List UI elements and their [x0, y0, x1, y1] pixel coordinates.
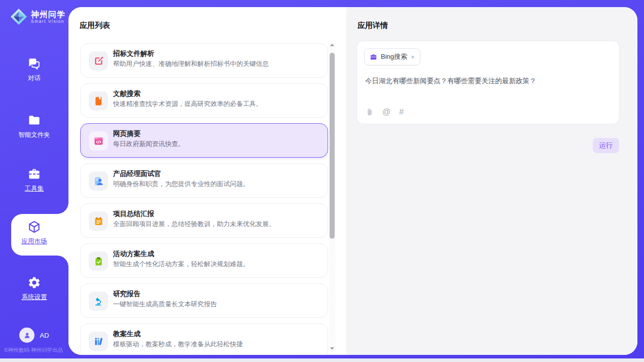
app-list-scrollbar[interactable] [329, 41, 335, 353]
sidebar-item-label: 对话 [28, 74, 41, 83]
app-title: 网页摘要 [113, 129, 140, 138]
app-card-bid-analysis[interactable]: 招标文件解析 帮助用户快速、准确地理解和解析招标书中的关键信息 [80, 43, 328, 78]
app-detail-panel: 应用详情 Bing搜索 × 今日湖北有哪些新闻要点？有哪些需要关注的最新政策？ [346, 7, 637, 355]
app-detail-title: 应用详情 [357, 21, 388, 30]
app-description: 一键智能生成高质量长文本研究报告 [113, 300, 217, 309]
prompt-card: Bing搜索 × 今日湖北有哪些新闻要点？有哪些需要关注的最新政策？ @ # [356, 41, 620, 124]
chip-close-icon[interactable]: × [411, 54, 415, 60]
folder-icon [27, 114, 41, 127]
app-title: 产品经理面试官 [113, 169, 161, 178]
sidebar-item-smart-folders[interactable]: 智能文件夹 [0, 114, 68, 139]
chat-icon [27, 57, 41, 70]
toolbox-icon [27, 167, 41, 181]
page: 神州问学 Smart Vision 对话 智能文件夹 [0, 0, 644, 362]
app-list-panel: 应用列表 招标文件解析 帮助用户快速、准确地理解和解析招标书中的关键信息 [68, 7, 346, 355]
app-card-event-plan[interactable]: 活动方案生成 智能生成个性化活动方案，轻松解决规划难题。 [80, 243, 328, 278]
app-card-web-summary[interactable]: 网页摘要 每日政府新闻资讯快查。 [80, 123, 328, 158]
books-icon [93, 336, 104, 347]
sidebar-item-chat[interactable]: 对话 [0, 57, 68, 83]
app-icon-tile [89, 131, 108, 151]
mention-at-icon[interactable]: @ [382, 107, 390, 117]
copyright-footer: ©神州数码·神州问学出品 [4, 347, 63, 354]
query-text-input[interactable]: 今日湖北有哪些新闻要点？有哪些需要关注的最新政策？ [365, 77, 609, 86]
app-title: 文献搜索 [113, 89, 140, 98]
app-card-literature-search[interactable]: 文献搜索 快速精准查找学术资源，提高研究效率的必备工具。 [80, 83, 328, 118]
compose-icon [93, 56, 104, 66]
brand-logo: 神州问学 Smart Vision [10, 8, 65, 25]
app-description: 模板驱动，教案秒成，教学准备从此轻松快捷 [113, 340, 243, 349]
app-icon-tile [89, 51, 108, 70]
sidebar-item-label: 应用市场 [22, 237, 47, 246]
app-card-lesson-plan[interactable]: 教案生成 模板驱动，教案秒成，教学准备从此轻松快捷 [80, 323, 328, 355]
report-notes-icon [93, 216, 104, 227]
sidebar-item-app-market[interactable]: 应用市场 [0, 220, 68, 246]
gear-icon [27, 276, 41, 289]
main-container: 应用列表 招标文件解析 帮助用户快速、准确地理解和解析招标书中的关键信息 [68, 7, 637, 355]
cube-icon [27, 220, 41, 234]
app-description: 全面回顾项目进展，总结经验教训，助力未来优化发展。 [113, 220, 275, 229]
app-card-project-summary[interactable]: 项目总结汇报 全面回顾项目进展，总结经验教训，助力未来优化发展。 [80, 203, 328, 238]
browser-code-icon [93, 136, 104, 147]
paperclip-icon[interactable] [366, 108, 374, 116]
tool-chip-label: Bing搜索 [381, 52, 407, 61]
interviewer-icon [93, 176, 104, 187]
scroll-down-arrow-icon[interactable] [330, 347, 334, 350]
avatar [19, 328, 34, 343]
sidebar-item-label: 工具集 [25, 185, 44, 193]
sidebar-item-label: 系统设置 [22, 293, 47, 302]
gem-logo-icon [10, 8, 27, 25]
brand-name: 神州问学 [31, 10, 65, 19]
sidebar-item-toolset[interactable]: 工具集 [0, 167, 68, 193]
app-icon-tile [89, 211, 108, 231]
app-title: 教案生成 [113, 330, 140, 339]
app-card-pm-interviewer[interactable]: 产品经理面试官 明确身份和职责，为您提供专业性的面试问题。 [80, 163, 328, 198]
brand-text: 神州问学 Smart Vision [31, 10, 65, 24]
app-list: 招标文件解析 帮助用户快速、准确地理解和解析招标书中的关键信息 文献搜索 快速精… [80, 43, 328, 355]
app-description: 明确身份和职责，为您提供专业性的面试问题。 [113, 180, 249, 189]
app-title: 研究报告 [113, 289, 140, 299]
person-icon [23, 331, 31, 340]
app-background: 神州问学 Smart Vision 对话 智能文件夹 [0, 0, 644, 358]
user-name: AD [40, 332, 49, 339]
app-title: 活动方案生成 [113, 249, 154, 259]
app-description: 每日政府新闻资讯快查。 [113, 140, 185, 149]
book-icon [93, 96, 104, 106]
app-description: 快速精准查找学术资源，提高研究效率的必备工具。 [113, 100, 262, 108]
attachment-toolbar: @ # [366, 107, 404, 117]
sidebar-item-label: 智能文件夹 [18, 131, 50, 139]
user-account[interactable]: AD [0, 328, 68, 343]
sidebar-item-settings[interactable]: 系统设置 [0, 276, 68, 302]
clipboard-check-icon [93, 256, 104, 267]
brand-subtitle: Smart Vision [31, 19, 65, 24]
research-icon [93, 296, 104, 307]
app-icon-tile [89, 171, 108, 191]
app-title: 项目总结汇报 [113, 209, 154, 219]
sidebar: 神州问学 Smart Vision 对话 智能文件夹 [0, 0, 68, 358]
app-description: 智能生成个性化活动方案，轻松解决规划难题。 [113, 260, 249, 269]
scrollbar-thumb[interactable] [330, 53, 335, 239]
app-icon-tile [89, 332, 108, 351]
app-card-research-report[interactable]: 研究报告 一键智能生成高质量长文本研究报告 [80, 283, 328, 318]
app-icon-tile [89, 251, 108, 271]
run-button[interactable]: 运行 [593, 138, 619, 153]
app-list-title: 应用列表 [80, 21, 110, 30]
tool-chip-bing-search[interactable]: Bing搜索 × [364, 48, 420, 65]
app-description: 帮助用户快速、准确地理解和解析招标书中的关键信息 [113, 60, 269, 68]
briefcase-icon [370, 53, 377, 61]
app-icon-tile [89, 91, 108, 111]
app-title: 招标文件解析 [113, 49, 154, 58]
app-icon-tile [89, 292, 108, 311]
scroll-up-arrow-icon[interactable] [330, 44, 334, 46]
hash-tag-icon[interactable]: # [399, 107, 404, 117]
